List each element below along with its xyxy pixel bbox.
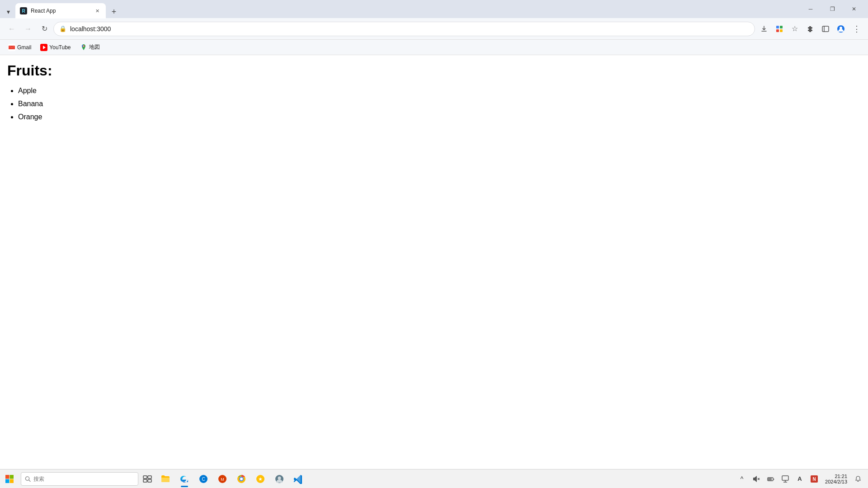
svg-point-14 xyxy=(83,46,84,47)
tray-battery-icon[interactable] xyxy=(764,473,777,485)
taskbar-file-explorer[interactable] xyxy=(156,470,175,488)
svg-rect-24 xyxy=(148,479,151,482)
close-button[interactable]: ✕ xyxy=(844,2,864,16)
bookmark-gmail[interactable]: Gmail xyxy=(5,42,35,53)
network-icon xyxy=(782,475,789,483)
copilot-icon: C xyxy=(198,474,208,484)
star-button[interactable]: ☆ xyxy=(788,22,802,36)
taskbar-user-photo[interactable] xyxy=(270,470,288,488)
translate-icon xyxy=(776,25,783,33)
download-icon xyxy=(760,25,768,33)
taskbar: C M ★ xyxy=(0,469,868,488)
translate-button[interactable] xyxy=(772,22,787,36)
search-icon xyxy=(25,476,31,482)
taskbar-clock[interactable]: 21:21 2024/2/13 xyxy=(822,473,850,485)
lock-icon: 🔒 xyxy=(59,25,66,32)
reload-button[interactable]: ↻ xyxy=(37,22,52,36)
svg-rect-4 xyxy=(776,29,779,32)
address-bar[interactable]: 🔒 localhost:3000 xyxy=(53,22,755,36)
svg-line-20 xyxy=(29,480,30,481)
svg-rect-23 xyxy=(143,479,147,482)
browser-tab[interactable]: R React App ✕ xyxy=(15,3,106,19)
svg-rect-22 xyxy=(148,476,151,479)
fruit-item-banana: Banana xyxy=(18,98,861,111)
download-button[interactable] xyxy=(757,22,771,36)
bookmarks-bar: Gmail YouTube 地図 xyxy=(0,40,868,55)
tab-list-button[interactable]: ▾ xyxy=(2,5,14,18)
forward-button[interactable]: → xyxy=(21,22,35,36)
bookmark-maps-label: 地図 xyxy=(89,43,100,51)
mute-icon xyxy=(753,475,760,483)
bookmark-youtube[interactable]: YouTube xyxy=(37,42,74,53)
sidebar-button[interactable] xyxy=(818,22,833,36)
svg-text:M: M xyxy=(221,477,224,482)
tray-onenote-icon[interactable]: N xyxy=(808,473,821,485)
tab-bar: ▾ R React App ✕ + xyxy=(0,0,797,18)
svg-text:C: C xyxy=(202,477,205,482)
chrome-icon xyxy=(236,474,246,484)
maps-icon xyxy=(80,44,87,51)
file-explorer-icon xyxy=(160,474,170,484)
menu-button[interactable]: ⋮ xyxy=(849,22,863,36)
taskbar-vscode[interactable] xyxy=(289,470,307,488)
vscode-icon xyxy=(293,474,303,484)
fruits-heading: Fruits: xyxy=(7,62,861,79)
bookmark-gmail-label: Gmail xyxy=(17,44,31,51)
taskbar-chrome[interactable] xyxy=(232,470,250,488)
fruits-list: Apple Banana Orange xyxy=(7,84,861,123)
back-button[interactable]: ← xyxy=(5,22,19,36)
svg-rect-25 xyxy=(161,478,170,482)
sidebar-icon xyxy=(822,25,829,33)
svg-rect-41 xyxy=(768,478,772,480)
address-text: localhost:3000 xyxy=(70,25,749,33)
minimize-button[interactable]: ─ xyxy=(800,2,821,16)
tray-ime-icon[interactable]: A xyxy=(793,473,806,485)
fruit-item-orange: Orange xyxy=(18,111,861,124)
profile-icon xyxy=(837,25,845,33)
tray-mute-icon[interactable] xyxy=(750,473,763,485)
clock-date: 2024/2/13 xyxy=(825,479,847,484)
svg-rect-18 xyxy=(10,479,14,483)
taskbar-copilot[interactable]: C xyxy=(194,470,212,488)
profile-button[interactable] xyxy=(834,22,848,36)
bookmark-maps[interactable]: 地図 xyxy=(76,42,104,53)
tray-chevron[interactable]: ^ xyxy=(736,473,748,485)
taskbar-edge[interactable] xyxy=(175,470,193,488)
taskbar-microsoft365[interactable]: M xyxy=(213,470,231,488)
norton-icon: ★ xyxy=(255,474,265,484)
tab-favicon: R xyxy=(20,7,27,14)
svg-rect-42 xyxy=(782,476,788,480)
gmail-icon xyxy=(8,44,15,51)
tab-title: React App xyxy=(31,8,90,14)
window-controls: ─ ❐ ✕ xyxy=(797,2,868,16)
youtube-icon xyxy=(40,44,47,51)
navigation-bar: ← → ↻ 🔒 localhost:3000 ☆ xyxy=(0,18,868,40)
new-tab-button[interactable]: + xyxy=(108,5,120,18)
extensions-button[interactable] xyxy=(803,22,817,36)
user-photo-icon xyxy=(274,474,284,484)
microsoft365-icon: M xyxy=(217,474,227,484)
nav-right-icons: ☆ ⋮ xyxy=(757,22,863,36)
page-content: Fruits: Apple Banana Orange xyxy=(0,55,868,469)
extensions-icon xyxy=(807,25,814,33)
tab-close-button[interactable]: ✕ xyxy=(93,7,101,15)
task-view-button[interactable] xyxy=(140,472,155,486)
edge-icon xyxy=(179,474,189,484)
svg-text:R: R xyxy=(22,9,25,14)
taskbar-search-input[interactable] xyxy=(33,476,134,482)
svg-rect-17 xyxy=(5,479,9,483)
notification-button[interactable] xyxy=(852,473,864,485)
taskbar-norton[interactable]: ★ xyxy=(251,470,269,488)
task-view-icon xyxy=(143,475,152,483)
taskbar-search[interactable] xyxy=(21,472,138,486)
svg-text:★: ★ xyxy=(258,476,263,482)
tray-network-icon[interactable] xyxy=(779,473,792,485)
start-button[interactable] xyxy=(0,469,19,488)
svg-rect-21 xyxy=(143,476,147,479)
clock-time: 21:21 xyxy=(835,474,847,479)
bookmark-youtube-label: YouTube xyxy=(49,44,71,51)
svg-rect-5 xyxy=(780,29,783,32)
restore-button[interactable]: ❐ xyxy=(822,2,843,16)
taskbar-tray: ^ A N xyxy=(736,473,868,485)
svg-rect-2 xyxy=(776,26,779,28)
